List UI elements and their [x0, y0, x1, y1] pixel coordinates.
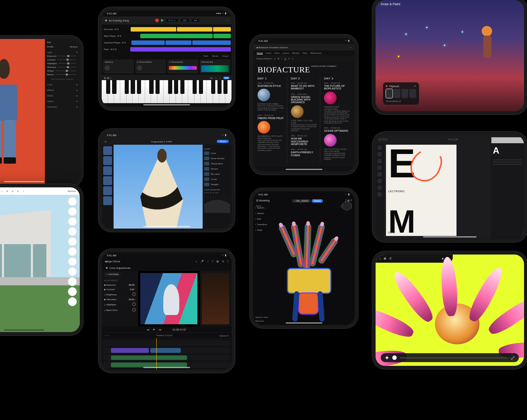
document-page[interactable]: BIOFACTUREINNOVATION SUMMIT DAY 1 9AM — …	[253, 62, 355, 167]
tab-sends[interactable]: Sends	[212, 55, 218, 57]
tool-pen[interactable]	[377, 159, 382, 163]
side-tools[interactable]: Tools	[255, 229, 267, 231]
tool-push[interactable]	[68, 257, 77, 266]
row-brightness[interactable]: ◇ Brightness	[104, 292, 136, 296]
sparkle-icon[interactable]: ✦	[384, 354, 389, 361]
next-button[interactable]: ⏭	[159, 328, 161, 331]
prev-button[interactable]: ⏮	[147, 328, 150, 331]
frame-4[interactable]	[409, 89, 416, 98]
section-optics[interactable]: Optics▸	[47, 100, 78, 102]
row-blackpoint[interactable]: ◇ Black Point	[104, 308, 136, 312]
section-geometry[interactable]: Geometry▸	[47, 105, 78, 108]
fx-toggle[interactable]: FX	[223, 77, 229, 79]
gear-icon[interactable]: ⚙	[222, 260, 224, 263]
tab-insert[interactable]: Insert	[266, 52, 271, 54]
lcd-timesig[interactable]: 4/4	[192, 19, 200, 22]
tool-move[interactable]	[68, 267, 77, 276]
slider-blacks[interactable]: Blacks	[47, 73, 78, 76]
side-search[interactable]: Search…	[255, 206, 267, 209]
expand-icon[interactable]: ⤢	[510, 354, 515, 361]
arp-toggle[interactable]: Arp	[210, 77, 213, 79]
options-button[interactable]: Options ▾	[219, 334, 229, 337]
play-button[interactable]: ▶	[153, 328, 155, 331]
section-view[interactable]: Section View	[255, 316, 268, 318]
tool-erase[interactable]	[68, 287, 77, 296]
tool-tape[interactable]	[68, 297, 77, 306]
view-cube[interactable]	[341, 200, 353, 211]
mic-icon[interactable]: 🎤	[200, 260, 204, 263]
tab-review[interactable]: Review	[292, 52, 299, 54]
project-name[interactable]: An Evening Song	[109, 19, 129, 22]
tab-track[interactable]: Track	[203, 55, 208, 57]
tool-paint[interactable]	[68, 277, 77, 286]
tool-eraser[interactable]	[377, 179, 382, 183]
section-effects[interactable]: Effects▸	[47, 89, 78, 91]
media-icon[interactable]: ▦	[216, 260, 219, 263]
row-saturation[interactable]: ◆ Saturation16.91	[104, 298, 136, 301]
export-icon[interactable]: ⤴	[227, 260, 229, 263]
tool-eyedrop[interactable]	[377, 192, 382, 197]
row-contrast[interactable]: ◆ Contrast4.61	[104, 288, 136, 291]
tool-pointer[interactable]	[377, 145, 382, 150]
lcd-position[interactable]: 5 1 1 1	[166, 19, 178, 22]
artboard[interactable]: E LECTRONIC M USIC	[386, 145, 456, 236]
timeline[interactable]	[102, 338, 232, 370]
tool-shape[interactable]	[377, 152, 382, 157]
tool-rect[interactable]	[68, 247, 77, 256]
tab-output[interactable]: Output	[222, 55, 229, 57]
tool-pan[interactable]	[68, 207, 77, 216]
back-button[interactable]: ◀ Biofacture Innovation Summit	[256, 46, 288, 49]
slider-shadows[interactable]: Shadows	[47, 66, 78, 68]
frame-2[interactable]	[394, 89, 400, 98]
frame-3[interactable]	[402, 89, 408, 98]
play-button[interactable]	[161, 19, 164, 22]
thumbnail-strip[interactable]	[102, 145, 114, 229]
share-button[interactable]: Share	[312, 199, 323, 203]
module-channel-eq[interactable]: Channel EQ	[200, 59, 230, 73]
add-mask-button[interactable]: ＋ Add Mask	[104, 272, 121, 276]
record-button[interactable]	[155, 19, 159, 22]
frame-1[interactable]	[386, 89, 393, 98]
piano-keyboard[interactable]	[102, 80, 232, 103]
parameter-bar[interactable]: ✦ ⤢	[381, 353, 519, 362]
tool-zoom[interactable]	[68, 217, 77, 226]
tool-select[interactable]	[68, 227, 77, 236]
tool-text[interactable]	[377, 165, 382, 170]
tab-draw[interactable]: Draw	[274, 52, 279, 54]
tool-fill[interactable]	[377, 186, 382, 190]
import-icon[interactable]: ⤓	[195, 260, 197, 263]
scopes[interactable]	[200, 271, 232, 327]
photo-canvas[interactable]	[0, 39, 45, 184]
tab-home[interactable]: Home	[257, 52, 263, 55]
slider-whites[interactable]: Whites	[47, 70, 78, 72]
tool-line[interactable]	[68, 237, 77, 246]
side-sketch[interactable]: Sketch	[255, 212, 267, 214]
text-icon[interactable]: T	[212, 260, 213, 263]
module-alchemy[interactable]: Alchemy	[103, 59, 134, 73]
module-chromaverb[interactable]: ● Chromaverb	[167, 59, 198, 73]
back-button[interactable]: ◀ Aga Orlova	[105, 260, 120, 263]
slider-contrast[interactable]: Contrast	[47, 59, 78, 61]
module-chromaglow[interactable]: ● ChromaGlow	[135, 59, 166, 73]
slider-highlights[interactable]: Highlights	[47, 62, 78, 65]
track-area[interactable]: DrummerM S Bass PlayerM S Keyboard Playe…	[102, 24, 232, 54]
tool-brush[interactable]	[377, 172, 382, 177]
tool-orbit[interactable]	[68, 197, 77, 206]
side-add[interactable]: Add	[255, 217, 267, 220]
file-name[interactable]: Fragmented 1 ▾ 44%	[151, 140, 172, 143]
font-picker[interactable]: Antique Medium	[256, 58, 272, 60]
sections-button[interactable]: Sections	[68, 190, 76, 192]
wand-icon[interactable]: ✧	[207, 260, 209, 263]
row-profile[interactable]: ProfileBrowse	[47, 46, 78, 48]
canvas[interactable]	[114, 145, 203, 229]
tab-view[interactable]: View	[302, 52, 307, 54]
file-chip[interactable]: ⌂ BH_00003	[292, 199, 311, 203]
row-highlights[interactable]: ◇ Highlights	[104, 302, 136, 306]
tab-references[interactable]: References	[310, 52, 322, 54]
share-button[interactable]: Share	[217, 140, 229, 143]
row-exposure[interactable]: ◆ Exposure40.00	[104, 283, 136, 286]
slider-exposure[interactable]: Exposure	[47, 55, 78, 57]
lcd-tempo[interactable]: 120	[180, 19, 189, 22]
measure[interactable]: Measure	[255, 320, 268, 322]
side-transform[interactable]: Transform	[255, 223, 267, 226]
